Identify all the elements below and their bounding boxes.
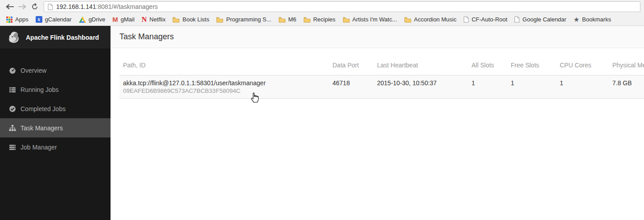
apps-shortcut[interactable]: Apps xyxy=(3,15,32,24)
address-bar[interactable]: 192.168.1.141:8081/#/taskmanagers xyxy=(44,1,640,12)
bookmark-label: Book Lists xyxy=(182,16,209,23)
bookmark-label: gDrive xyxy=(89,16,106,23)
bookmark-label: gCalendar xyxy=(45,16,72,23)
cell-cpu-cores: 1 xyxy=(556,75,609,99)
folder-icon xyxy=(304,17,311,23)
star-icon: ★ xyxy=(574,16,579,23)
bookmark-item-gmail[interactable]: M gMail xyxy=(109,15,138,24)
bookmark-item-folder[interactable]: Accordion Music xyxy=(401,15,460,24)
sidebar-header: Apache Flink Dashboard xyxy=(0,26,111,49)
bookmark-label: Accordion Music xyxy=(414,16,456,23)
apps-grid-icon xyxy=(6,17,12,23)
sidebar-nav: Overview Running Jobs Completed Jobs Tas… xyxy=(0,61,111,157)
url-path: :8081/#/taskmanagers xyxy=(96,3,158,10)
column-header-physical-memory: Physical Memory xyxy=(609,57,644,75)
bookmark-label: Apps xyxy=(15,16,29,23)
taskmanager-path: akka.tcp://flink@127.0.1.1:58301/user/ta… xyxy=(123,79,325,87)
bookmark-label: M6 xyxy=(288,16,296,23)
bookmark-item-page[interactable]: CF-Auto-Root xyxy=(460,15,511,24)
bookmark-label: Programming S... xyxy=(226,16,271,23)
check-circle-icon xyxy=(9,105,16,112)
column-header-free-slots: Free Slots xyxy=(507,57,556,75)
sidebar-item-job-manager[interactable]: Job Manager xyxy=(0,137,111,157)
column-header-path-id: Path, ID xyxy=(119,57,329,75)
column-header-cpu-cores: CPU Cores xyxy=(556,57,609,75)
sidebar-item-overview[interactable]: Overview xyxy=(0,61,111,80)
sidebar: Apache Flink Dashboard Overview Running … xyxy=(0,26,111,220)
sidebar-item-label: Task Managers xyxy=(21,125,63,132)
forward-arrow-icon xyxy=(18,4,26,9)
taskmanager-id: 09EAFED6B9869C573AC7BCB33F58094C xyxy=(123,87,325,94)
bookmark-item-folder[interactable]: Recipies xyxy=(300,15,339,24)
folder-icon xyxy=(343,17,350,23)
calendar-icon: 5 xyxy=(36,16,42,23)
bookmark-item-gcalendar[interactable]: 5 gCalendar xyxy=(32,15,75,24)
main-content: Task Managers Path, ID Data Port Last He… xyxy=(111,26,644,220)
taskmanagers-table: Path, ID Data Port Last Heartbeat All Sl… xyxy=(119,57,644,99)
folder-icon xyxy=(172,17,180,23)
bookmark-item-star[interactable]: ★ Bookmarks xyxy=(570,15,615,24)
bookmark-label: Netflix xyxy=(149,16,165,23)
table-header-row: Path, ID Data Port Last Heartbeat All Sl… xyxy=(119,57,644,75)
app-title: Apache Flink Dashboard xyxy=(26,34,99,41)
url-host: 192.168.1.141 xyxy=(56,3,96,10)
reload-icon xyxy=(31,3,38,10)
cell-physical-memory: 7.8 GB xyxy=(609,75,644,99)
url-text: 192.168.1.141:8081/#/taskmanagers xyxy=(56,3,158,10)
gmail-icon: M xyxy=(112,16,118,23)
google-drive-icon xyxy=(79,17,86,23)
back-arrow-icon xyxy=(6,4,14,9)
list-icon xyxy=(9,86,16,93)
cell-all-slots: 1 xyxy=(468,75,507,99)
browser-toolbar: 192.168.1.141:8081/#/taskmanagers xyxy=(0,0,644,13)
cell-data-port: 46718 xyxy=(329,75,373,99)
bookmark-item-folder[interactable]: Artists I'm Watc... xyxy=(339,15,401,24)
bookmark-item-page[interactable]: Google Calendar xyxy=(511,15,570,24)
page-icon xyxy=(464,16,469,23)
bookmark-label: Artists I'm Watc... xyxy=(353,16,397,23)
cell-path-id: akka.tcp://flink@127.0.1.1:58301/user/ta… xyxy=(119,75,329,99)
flink-squirrel-logo xyxy=(7,31,21,44)
column-header-all-slots: All Slots xyxy=(468,57,507,75)
folder-icon xyxy=(279,17,286,23)
sidebar-item-label: Running Jobs xyxy=(21,86,59,93)
reload-button[interactable] xyxy=(29,1,41,12)
bookmark-label: Google Calendar xyxy=(522,16,566,23)
bookmark-label: gMail xyxy=(121,16,135,23)
bookmark-item-gdrive[interactable]: gDrive xyxy=(75,15,109,24)
page-title: Task Managers xyxy=(119,32,174,42)
back-button[interactable] xyxy=(4,1,16,12)
cell-free-slots: 1 xyxy=(507,75,556,99)
page-header: Task Managers xyxy=(111,26,644,48)
folder-icon xyxy=(216,17,223,23)
bookmark-item-folder[interactable]: M6 xyxy=(275,15,300,24)
sidebar-item-task-managers[interactable]: Task Managers xyxy=(0,118,111,137)
bookmark-label: Bookmarks xyxy=(582,16,611,23)
bookmarks-bar: Apps 5 gCalendar gDrive M gMail N Netfli… xyxy=(0,13,644,26)
column-header-last-heartbeat: Last Heartbeat xyxy=(373,57,468,75)
sidebar-item-completed-jobs[interactable]: Completed Jobs xyxy=(0,99,111,118)
server-icon xyxy=(9,144,16,151)
bookmark-item-folder[interactable]: Programming S... xyxy=(213,15,275,24)
page-icon xyxy=(48,4,53,10)
sidebar-item-label: Job Manager xyxy=(21,144,57,151)
forward-button[interactable] xyxy=(16,1,29,12)
cell-last-heartbeat: 2015-10-30, 10:50:37 xyxy=(373,75,468,99)
dashboard-icon xyxy=(9,67,16,74)
folder-icon xyxy=(404,17,411,23)
sitemap-icon xyxy=(9,125,16,132)
sidebar-item-running-jobs[interactable]: Running Jobs xyxy=(0,80,111,99)
sidebar-item-label: Completed Jobs xyxy=(21,105,66,112)
bookmark-label: Recipies xyxy=(313,16,336,23)
bookmark-label: CF-Auto-Root xyxy=(472,16,507,23)
taskmanager-row[interactable]: akka.tcp://flink@127.0.1.1:58301/user/ta… xyxy=(119,75,644,99)
column-header-data-port: Data Port xyxy=(329,57,373,75)
bookmark-item-folder[interactable]: Book Lists xyxy=(169,15,213,24)
sidebar-item-label: Overview xyxy=(21,67,46,74)
netflix-icon: N xyxy=(142,16,147,23)
bookmark-item-netflix[interactable]: N Netflix xyxy=(138,15,169,25)
page-icon xyxy=(514,16,520,23)
